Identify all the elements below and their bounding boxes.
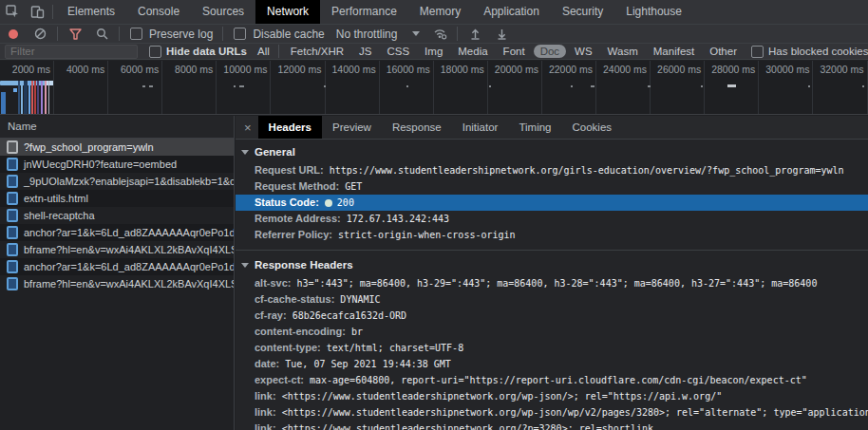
header-row[interactable]: content-encoding:br (236, 324, 868, 340)
preserve-log-label[interactable]: Preserve log (149, 28, 213, 41)
request-row[interactable]: bframe?hl=en&v=wxAi4AKLXL2kBAvXqI4XLSWS&… (0, 275, 234, 292)
hide-data-urls-label[interactable]: Hide data URLs (166, 46, 247, 57)
tab-memory[interactable]: Memory (408, 0, 472, 24)
waterfall-bar (41, 81, 43, 114)
tab-preview[interactable]: Preview (322, 116, 382, 139)
disable-cache-checkbox[interactable] (234, 28, 246, 40)
resource-type-chip[interactable]: Manifest (647, 45, 701, 58)
close-icon[interactable]: × (236, 121, 258, 135)
waterfall-bar (31, 81, 33, 114)
response-headers-section-header[interactable]: Response Headers (236, 255, 868, 275)
filter-input[interactable] (5, 45, 138, 59)
waterfall-bar (1, 92, 6, 114)
resource-type-chip[interactable]: JS (352, 45, 378, 58)
header-row[interactable]: cf-cache-status:DYNAMIC (236, 291, 868, 308)
request-row[interactable]: ?fwp_school_program=ywln (0, 139, 234, 156)
header-name: link: (255, 406, 276, 418)
network-conditions-icon[interactable] (427, 22, 452, 46)
waterfall-bar (45, 81, 47, 114)
export-har-icon[interactable] (489, 22, 514, 46)
overview-waterfall (0, 61, 868, 114)
header-row[interactable]: Request Method:GET (236, 178, 868, 195)
tab-timing[interactable]: Timing (508, 116, 561, 139)
header-value: <https://www.studentleadershipnetwork.or… (282, 423, 653, 430)
response-headers-section: Response Headers alt-svc:h3=":443"; ma=8… (236, 250, 868, 430)
has-blocked-cookies-checkbox[interactable] (751, 46, 764, 58)
header-row[interactable]: content-type:text/html; charset=UTF-8 (236, 340, 868, 356)
chevron-down-icon[interactable] (412, 31, 420, 36)
resource-type-chip[interactable]: Media (451, 45, 494, 58)
general-section: General Request URL:https://www.studentl… (236, 140, 868, 250)
tab-sources[interactable]: Sources (191, 0, 255, 24)
tab-elements[interactable]: Elements (56, 0, 126, 24)
toolbar-divider (119, 27, 120, 41)
resource-type-chip[interactable]: Fetch/XHR (284, 45, 350, 58)
header-row[interactable]: Request URL:https://www.studentleadershi… (236, 162, 868, 178)
header-row[interactable]: expect-ct:max-age=604800, report-uri="ht… (236, 372, 868, 388)
header-row[interactable]: link:<https://www.studentleadershipnetwo… (236, 421, 868, 430)
clear-icon[interactable] (28, 22, 52, 46)
header-row[interactable]: Remote Address:172.67.143.242:443 (236, 211, 868, 227)
tab-console[interactable]: Console (126, 0, 191, 24)
header-name: cf-ray: (255, 309, 287, 321)
tab-performance[interactable]: Performance (320, 0, 408, 24)
has-blocked-cookies-label[interactable]: Has blocked cookies (768, 46, 868, 57)
request-row[interactable]: jnWUecgDRH0?feature=oembed (0, 156, 234, 173)
request-row[interactable]: bframe?hl=en&v=wxAi4AKLXL2kBAvXqI4XLSWS&… (0, 241, 234, 258)
throttling-select[interactable]: No throttling (336, 28, 398, 41)
resource-type-chip[interactable]: All (251, 45, 279, 58)
preserve-log-checkbox[interactable] (130, 28, 142, 40)
waterfall-bar (489, 85, 491, 87)
document-icon (7, 175, 18, 188)
network-overview-timeline[interactable]: 2000 ms 4000 ms 6000 ms 8000 ms 10000 ms… (0, 61, 868, 115)
header-row[interactable]: link:<https://www.studentleadershipnetwo… (236, 404, 868, 421)
request-row[interactable]: shell-recaptcha (0, 207, 234, 224)
document-icon (7, 243, 18, 256)
general-section-header[interactable]: General (236, 142, 868, 162)
tab-response[interactable]: Response (382, 116, 452, 139)
inspect-icon[interactable] (0, 0, 25, 24)
tab-application[interactable]: Application (472, 0, 551, 24)
tab-security[interactable]: Security (551, 0, 614, 24)
tab-initiator[interactable]: Initiator (452, 116, 509, 139)
header-row[interactable]: link:<https://www.studentleadershipnetwo… (236, 388, 868, 404)
hide-data-urls-checkbox[interactable] (149, 46, 161, 58)
header-row[interactable]: Status Code:200 (236, 195, 868, 211)
waterfall-bar (21, 81, 23, 114)
search-icon[interactable] (89, 22, 114, 46)
header-row[interactable]: cf-ray:68b26ecafca1632d-ORD (236, 308, 868, 324)
resource-type-chip[interactable]: Font (497, 45, 532, 58)
header-value: h3=":443"; ma=86400, h3-29=":443"; ma=86… (297, 278, 818, 289)
tab-network[interactable]: Network (255, 0, 320, 24)
resource-type-chip[interactable]: Other (703, 45, 744, 58)
header-value: GET (345, 181, 362, 192)
request-row[interactable]: extn-utils.html (0, 190, 234, 207)
resource-type-chip[interactable]: WS (568, 45, 599, 58)
waterfall-bar (142, 85, 145, 87)
tab-cookies[interactable]: Cookies (562, 116, 623, 139)
header-row[interactable]: date:Tue, 07 Sep 2021 19:44:38 GMT (236, 356, 868, 372)
name-column-header[interactable]: Name (0, 116, 234, 139)
record-icon[interactable] (9, 29, 18, 39)
tab-lighthouse[interactable]: Lighthouse (614, 0, 693, 24)
request-row[interactable]: anchor?ar=1&k=6Ld_ad8ZAAAAAAqr0ePo1dUfAi… (0, 224, 234, 241)
resource-type-chip[interactable]: CSS (380, 45, 416, 58)
device-toolbar-icon[interactable] (25, 0, 49, 24)
request-row[interactable]: anchor?ar=1&k=6Ld_ad8ZAAAAAAqr0ePo1dUfAi… (0, 258, 234, 275)
section-caret-icon (241, 263, 249, 268)
import-har-icon[interactable] (462, 22, 487, 46)
header-value: br (351, 327, 363, 337)
disable-cache-label[interactable]: Disable cache (253, 28, 324, 41)
document-icon (7, 192, 18, 205)
resource-type-chip[interactable]: Doc (534, 45, 566, 58)
header-name: Status Code: (255, 196, 319, 208)
header-row[interactable]: alt-svc:h3=":443"; ma=86400, h3-29=":443… (236, 275, 868, 291)
header-value: 68b26ecafca1632d-ORD (292, 310, 406, 321)
filter-funnel-icon[interactable] (63, 22, 87, 46)
request-row[interactable]: _9pUOlaMzxk?enablejsapi=1&disablekb=1&co… (0, 173, 234, 190)
header-row[interactable]: Referrer Policy:strict-origin-when-cross… (236, 227, 868, 243)
resource-type-chip[interactable]: Wasm (601, 45, 645, 58)
section-title: General (255, 146, 295, 158)
tab-headers[interactable]: Headers (258, 116, 322, 139)
resource-type-chip[interactable]: Img (418, 45, 449, 58)
